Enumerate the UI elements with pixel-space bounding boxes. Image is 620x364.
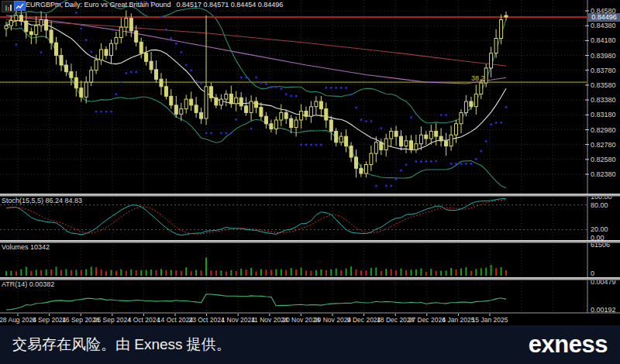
stoch-pane-label: Stoch(15,5,5) 86.24 84.83 xyxy=(2,197,82,205)
current-price-tag: 0.84496 xyxy=(588,13,620,22)
candlestick-chart-icon[interactable] xyxy=(2,1,15,12)
symbol-title: EURGBPm, Daily: Euro vs Great Britain Po… xyxy=(26,1,171,9)
svg-text:29 Nov 2024: 29 Nov 2024 xyxy=(314,316,351,324)
svg-text:27 Dec 2024: 27 Dec 2024 xyxy=(408,316,446,324)
pane-separator[interactable] xyxy=(0,240,620,243)
svg-text:28 Aug 2024: 28 Aug 2024 xyxy=(0,316,36,324)
svg-text:6 Jan 2025: 6 Jan 2025 xyxy=(442,316,474,324)
svg-text:6 Sep 2024: 6 Sep 2024 xyxy=(33,316,67,324)
time-axis: 28 Aug 20246 Sep 202416 Sep 202425 Sep 2… xyxy=(0,313,620,324)
svg-text:0.84180: 0.84180 xyxy=(591,36,616,44)
svg-text:0.84380: 0.84380 xyxy=(591,22,616,29)
pane-separator[interactable] xyxy=(0,194,620,197)
fibonacci-382-label: 38.2 xyxy=(471,74,485,83)
svg-text:0.83580: 0.83580 xyxy=(591,81,616,89)
svg-text:0.82380: 0.82380 xyxy=(591,170,616,178)
exness-logo: exness xyxy=(529,331,608,359)
chart-canvas[interactable]: 0.847800.845800.843800.841800.839800.837… xyxy=(0,0,620,325)
svg-text:0.82780: 0.82780 xyxy=(591,141,616,149)
stochastic-pane xyxy=(0,199,587,235)
main-pane xyxy=(0,0,587,188)
svg-text:0.83180: 0.83180 xyxy=(591,111,616,118)
svg-text:14 Oct 2024: 14 Oct 2024 xyxy=(157,316,194,324)
svg-text:15 Jan 2025: 15 Jan 2025 xyxy=(472,316,508,324)
svg-text:0.82980: 0.82980 xyxy=(591,126,616,134)
atr-pane xyxy=(6,294,506,310)
svg-text:0.83380: 0.83380 xyxy=(591,96,616,104)
svg-text:23 Oct 2024: 23 Oct 2024 xyxy=(188,316,225,324)
chart-title-bar: EURGBPm, Daily: Euro vs Great Britain Po… xyxy=(26,1,283,9)
svg-text:0.83980: 0.83980 xyxy=(591,52,616,60)
svg-text:0: 0 xyxy=(591,270,594,277)
volumes-pane-label: Volumes 10342 xyxy=(2,243,50,252)
exness-banner: 交易存在风险。由 Exness 提供。 exness xyxy=(0,325,620,364)
trading-chart-window: 0.847800.845800.843800.841800.839800.837… xyxy=(0,0,620,364)
svg-text:9 Dec 2024: 9 Dec 2024 xyxy=(347,316,381,324)
price-axis: 0.847800.845800.843800.841800.839800.837… xyxy=(585,0,616,314)
candles xyxy=(5,6,508,178)
grid xyxy=(0,0,587,313)
svg-text:1 Nov 2024: 1 Nov 2024 xyxy=(221,316,255,324)
svg-text:25 Sep 2024: 25 Sep 2024 xyxy=(94,316,131,324)
platform-icon[interactable] xyxy=(14,1,26,11)
risk-disclaimer-text: 交易存在风险。由 Exness 提供。 xyxy=(12,335,231,355)
pane-separator[interactable] xyxy=(0,277,620,280)
svg-text:4 Oct 2024: 4 Oct 2024 xyxy=(128,316,160,324)
svg-text:20.00: 20.00 xyxy=(591,225,608,233)
ohlc-values: 0.84517 0.84571 0.84454 0.84496 xyxy=(177,1,284,9)
svg-text:80.00: 80.00 xyxy=(591,201,608,209)
atr-pane-label: ATR(14) 0.00382 xyxy=(2,280,54,289)
parabolic-sar-dots xyxy=(16,0,508,187)
svg-text:0.83780: 0.83780 xyxy=(591,67,616,74)
svg-text:0.82580: 0.82580 xyxy=(591,156,616,163)
